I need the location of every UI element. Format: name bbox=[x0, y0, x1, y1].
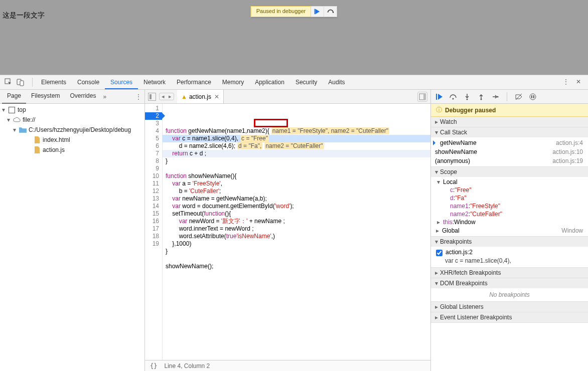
svg-rect-0 bbox=[315, 9, 316, 15]
tree-top[interactable]: ▾ top bbox=[0, 105, 144, 115]
code-line-4[interactable]: return c + d ; bbox=[163, 150, 430, 157]
scope-variable[interactable]: name2: "CuteFaller" bbox=[431, 210, 588, 218]
step-icon[interactable] bbox=[491, 93, 499, 101]
folder-icon bbox=[19, 126, 27, 134]
tab-network[interactable]: Network bbox=[138, 75, 171, 89]
overlay-stepover-button[interactable] bbox=[324, 6, 337, 17]
file-nav-arrows[interactable]: ◂▸ bbox=[159, 93, 174, 100]
scope-section[interactable]: ▾Scope bbox=[431, 167, 588, 177]
watch-section[interactable]: ▸Watch bbox=[431, 117, 588, 127]
device-toggle-icon[interactable] bbox=[16, 78, 25, 87]
scope-variable[interactable]: d: "Fa" bbox=[431, 194, 588, 202]
toggle-sidebar-icon[interactable] bbox=[417, 92, 427, 102]
nav-tab-filesystem[interactable]: Filesystem bbox=[26, 89, 65, 104]
tab-application[interactable]: Application bbox=[249, 75, 290, 89]
paused-overlay: Paused in debugger bbox=[251, 6, 337, 17]
devtools-tabbar: ElementsConsoleSourcesNetworkPerformance… bbox=[0, 75, 588, 90]
code-line-14[interactable]: word.innerText = newWord ; bbox=[163, 225, 430, 233]
tab-sources[interactable]: Sources bbox=[105, 75, 138, 89]
close-devtools-icon[interactable]: ✕ bbox=[576, 78, 584, 86]
code-line-18[interactable] bbox=[163, 255, 430, 263]
tab-elements[interactable]: Elements bbox=[36, 75, 72, 89]
code-line-6[interactable] bbox=[163, 165, 430, 172]
deactivate-bp-icon[interactable] bbox=[515, 93, 523, 101]
callstack-section[interactable]: ▾Call Stack bbox=[431, 127, 588, 137]
event-bp-section[interactable]: ▸Event Listener Breakpoints bbox=[431, 312, 588, 322]
svg-point-10 bbox=[467, 98, 468, 100]
tree-file-action[interactable]: action.js bbox=[0, 145, 144, 155]
debugger-status-text: Debugger paused bbox=[445, 107, 496, 114]
step-out-icon[interactable] bbox=[477, 93, 485, 101]
code-line-3[interactable]: d = name2.slice(4,6);d = "Fa",name2 = "C… bbox=[163, 142, 430, 150]
navigator-more-icon[interactable]: » bbox=[103, 93, 106, 100]
resume-icon[interactable] bbox=[435, 93, 443, 101]
tree-folder-label: C:/Users/hzzhengyujie/Desktop/debug bbox=[29, 126, 131, 133]
inspect-element-icon[interactable] bbox=[4, 78, 13, 87]
svg-point-14 bbox=[530, 94, 536, 100]
editor-tab-action[interactable]: ▲ action.js ✕ bbox=[177, 90, 224, 103]
warning-icon: ▲ bbox=[181, 93, 187, 100]
xhr-bp-section[interactable]: ▸XHR/fetch Breakpoints bbox=[431, 268, 588, 278]
tab-audits[interactable]: Audits bbox=[323, 75, 350, 89]
code-editor[interactable]: 12345678910111213141516171819 function g… bbox=[145, 104, 430, 360]
navigator-kebab-icon[interactable]: ⋮ bbox=[135, 93, 141, 100]
code-line-12[interactable]: setTimeout(function(){ bbox=[163, 210, 430, 218]
svg-rect-8 bbox=[436, 94, 437, 100]
file-tree[interactable]: ▾ top ▾ file:// ▾ C:/Users/hzzhengyujie/… bbox=[0, 104, 144, 371]
scope-this[interactable]: ▸this: Window bbox=[431, 218, 588, 226]
code-line-11[interactable]: var word = document.getElementById('word… bbox=[163, 203, 430, 210]
scope-variable[interactable]: c: "Free" bbox=[431, 186, 588, 194]
svg-point-12 bbox=[497, 96, 499, 97]
tree-scheme-label: file:// bbox=[23, 116, 35, 123]
pause-exceptions-icon[interactable] bbox=[529, 93, 537, 101]
tab-console[interactable]: Console bbox=[72, 75, 105, 89]
tab-performance[interactable]: Performance bbox=[171, 75, 217, 89]
code-line-7[interactable]: function showNewName(){ bbox=[163, 172, 430, 180]
tree-scheme[interactable]: ▾ file:// bbox=[0, 115, 144, 125]
tree-folder[interactable]: ▾ C:/Users/hzzhengyujie/Desktop/debug bbox=[0, 125, 144, 135]
breakpoint-checkbox[interactable] bbox=[436, 250, 443, 256]
debugger-status: ⓘ Debugger paused bbox=[431, 104, 588, 117]
step-over-icon[interactable] bbox=[449, 93, 457, 101]
file-icon bbox=[33, 146, 41, 154]
code-line-9[interactable]: b = 'CuteFaller'; bbox=[163, 188, 430, 195]
stack-frame[interactable]: getNewNameaction.js:4 bbox=[431, 138, 588, 147]
global-listeners-section[interactable]: ▸Global Listeners bbox=[431, 302, 588, 312]
code-line-8[interactable]: var a = 'FreeStyle', bbox=[163, 180, 430, 188]
stack-frame[interactable]: (anonymous)action.js:19 bbox=[431, 156, 588, 165]
kebab-menu-icon[interactable]: ⋮ bbox=[563, 78, 571, 86]
code-line-10[interactable]: var newName = getNewName(a,b); bbox=[163, 195, 430, 203]
tree-file-index[interactable]: index.html bbox=[0, 135, 144, 145]
scope-local[interactable]: ▾Local bbox=[431, 178, 588, 186]
breakpoints-section[interactable]: ▾Breakpoints bbox=[431, 237, 588, 247]
close-tab-icon[interactable]: ✕ bbox=[214, 93, 219, 100]
tab-memory[interactable]: Memory bbox=[217, 75, 249, 89]
toggle-navigator-icon[interactable] bbox=[148, 93, 156, 101]
overlay-resume-button[interactable] bbox=[311, 6, 324, 17]
tab-security[interactable]: Security bbox=[290, 75, 323, 89]
breakpoint-item[interactable]: action.js:2 bbox=[431, 248, 588, 257]
code-line-16[interactable]: },1000) bbox=[163, 240, 430, 248]
step-into-icon[interactable] bbox=[463, 93, 471, 101]
breakpoint-preview: var c = name1.slice(0,4), bbox=[431, 257, 588, 266]
svg-point-11 bbox=[481, 98, 482, 100]
dom-bp-section[interactable]: ▾DOM Breakpoints bbox=[431, 278, 588, 288]
nav-tab-overrides[interactable]: Overrides bbox=[65, 89, 101, 104]
code-line-13[interactable]: var newWord = '新文字：' + newName ; bbox=[163, 218, 430, 225]
cursor-position: Line 4, Column 2 bbox=[164, 362, 210, 369]
code-line-2[interactable]: var c = name1.slice(0,4),c = "Free" bbox=[163, 135, 430, 142]
svg-point-9 bbox=[453, 98, 454, 99]
code-line-5[interactable]: } bbox=[163, 157, 430, 165]
scope-variable[interactable]: name1: "FreeStyle" bbox=[431, 202, 588, 210]
pretty-print-icon[interactable]: {} bbox=[150, 362, 157, 369]
code-line-15[interactable]: word.setAttribute(true'isNewName',) bbox=[163, 233, 430, 240]
code-line-17[interactable]: } bbox=[163, 248, 430, 255]
paused-message: Paused in debugger bbox=[251, 6, 311, 17]
nav-tab-page[interactable]: Page bbox=[2, 89, 26, 104]
scope-global[interactable]: ▸GlobalWindow bbox=[431, 226, 588, 235]
stack-frame[interactable]: showNewNameaction.js:10 bbox=[431, 147, 588, 156]
code-line-1[interactable]: function getNewName(name1,name2){name1 =… bbox=[163, 127, 430, 135]
info-icon: ⓘ bbox=[436, 106, 442, 114]
code-line-19[interactable]: showNewName(); bbox=[163, 263, 430, 270]
tree-file-index-label: index.html bbox=[43, 136, 70, 143]
